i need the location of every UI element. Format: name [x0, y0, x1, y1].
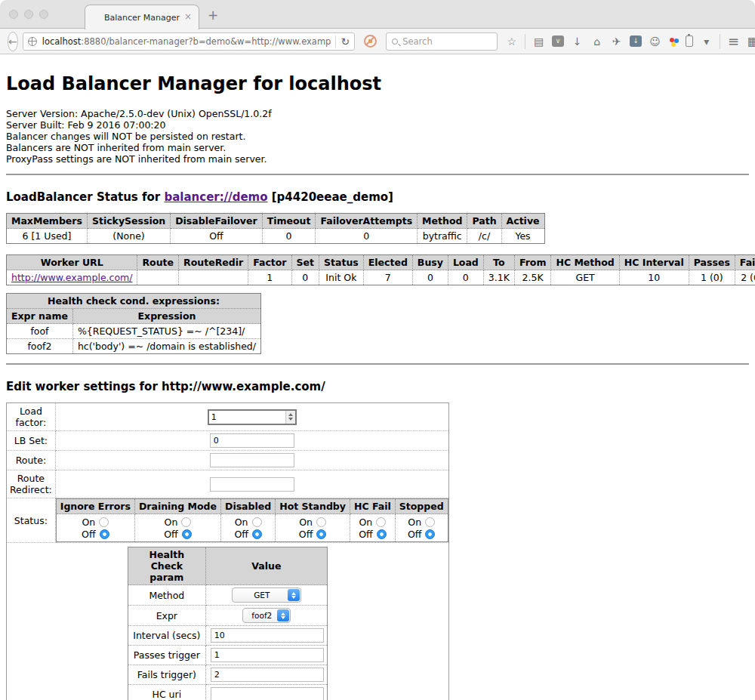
hc-expr-selected-value: foof2 — [251, 611, 272, 620]
stopped-off-radio[interactable] — [425, 529, 435, 539]
cell-worker-url: http://www.example.com/ — [7, 270, 137, 285]
home-icon[interactable]: ⌂ — [590, 36, 603, 47]
off-label: Off — [299, 529, 313, 540]
route-input[interactable] — [210, 453, 294, 467]
worker-url-link[interactable]: http://www.example.com/ — [11, 272, 132, 283]
hc-fail-off-radio[interactable] — [377, 529, 387, 539]
column-header: Disabled — [221, 499, 276, 514]
table-header-row: MaxMembers StickySession DisableFailover… — [7, 214, 545, 229]
column-header: Method — [418, 214, 467, 229]
column-header: Path — [467, 214, 501, 229]
back-button[interactable]: ← — [8, 32, 18, 51]
ignore-errors-off-radio[interactable] — [100, 529, 109, 539]
hc-method-selected-value: GET — [254, 591, 270, 600]
cell-factor: 1 — [248, 270, 291, 285]
page-title: Load Balancer Manager for localhost — [6, 73, 749, 94]
column-header: Fails — [735, 255, 755, 270]
stepper-icon[interactable] — [285, 411, 295, 424]
load-factor-input[interactable] — [209, 411, 285, 424]
adblock-icon[interactable] — [364, 35, 377, 48]
draining-mode-on-radio[interactable] — [181, 517, 191, 527]
send-tab-icon[interactable]: ✈ — [610, 36, 623, 47]
form-row-lb-set: LB Set: — [7, 431, 449, 451]
reading-list-icon[interactable]: ▤ — [532, 36, 545, 47]
divider — [6, 174, 749, 175]
column-header: Route — [137, 255, 179, 270]
disabled-off-radio[interactable] — [252, 529, 262, 539]
cell-busy: 0 — [412, 270, 448, 285]
downloads-icon[interactable]: ↓ — [571, 36, 584, 47]
hc-method-select[interactable]: GET — [232, 587, 301, 603]
colorful-extension-icon[interactable] — [670, 38, 674, 42]
search-placeholder: Search — [402, 36, 433, 47]
hot-standby-off-radio[interactable] — [316, 529, 326, 539]
column-header: From — [514, 255, 551, 270]
heading-prefix: LoadBalancer Status for — [6, 190, 164, 204]
hc-uri-input[interactable] — [211, 687, 324, 700]
table-header-row: Worker URL Route RouteRedir Factor Set S… — [7, 255, 755, 270]
hc-passes-input[interactable] — [211, 648, 324, 662]
cell-path: /c/ — [467, 229, 501, 244]
cell-timeout: 0 — [262, 229, 316, 244]
minimize-window-button[interactable] — [24, 10, 33, 19]
cell-load: 0 — [448, 270, 483, 285]
hc-passes-label: Passes trigger — [128, 646, 205, 665]
url-bar[interactable]: localhost:8880/balancer-manager?b=demo&w… — [23, 32, 355, 51]
disabled-on-radio[interactable] — [252, 517, 262, 527]
health-check-expressions-table: Health check cond. expressions: Expr nam… — [6, 293, 261, 354]
feedback-smiley-icon[interactable]: ☺ — [649, 36, 661, 47]
status-radio-table: Ignore Errors Draining Mode Disabled Hot… — [56, 498, 448, 542]
form-row-health-check: Health Check param Value Method GET Expr — [7, 543, 449, 700]
cell-method: bytraffic — [418, 229, 467, 244]
lb-set-input[interactable] — [210, 433, 294, 448]
reload-icon[interactable]: ↻ — [341, 35, 350, 48]
column-header: HC Fail — [350, 499, 395, 514]
form-row-route: Route: — [7, 451, 449, 470]
column-header: Passes — [689, 255, 735, 270]
on-label: On — [235, 517, 248, 528]
hot-standby-on-radio[interactable] — [316, 517, 326, 527]
battery-extension-icon[interactable] — [686, 35, 693, 47]
stopped-radios: On Off — [395, 514, 448, 542]
hc-method-label: Method — [128, 585, 205, 606]
ignore-errors-on-radio[interactable] — [99, 517, 109, 527]
hc-fail-radios: On Off — [350, 514, 395, 542]
column-header: Set — [291, 255, 319, 270]
table-title-row: Health check cond. expressions: — [7, 294, 261, 309]
hamburger-menu-icon[interactable]: ≡ — [727, 36, 740, 47]
zoom-window-button[interactable] — [39, 10, 48, 19]
hc-fails-input[interactable] — [211, 668, 324, 682]
route-redirect-input[interactable] — [210, 477, 294, 492]
column-header: RouteRedir — [179, 255, 248, 270]
tab-balancer-manager[interactable]: Balancer Manager × — [85, 5, 199, 29]
load-factor-cell — [55, 403, 448, 431]
on-label: On — [299, 517, 313, 528]
column-header: Value — [205, 547, 327, 585]
hc-fail-on-radio[interactable] — [376, 517, 386, 527]
urlbar-divider — [335, 35, 336, 48]
load-factor-spinner — [208, 409, 297, 425]
on-label: On — [165, 517, 178, 528]
chevron-down-icon[interactable]: ▾ — [700, 36, 713, 47]
hc-interval-input[interactable] — [211, 628, 324, 643]
stopped-on-radio[interactable] — [425, 517, 435, 527]
cell-active: Yes — [501, 229, 544, 244]
search-bar[interactable]: Search — [386, 32, 498, 51]
new-tab-button[interactable]: + — [208, 9, 218, 22]
draining-mode-off-radio[interactable] — [182, 529, 192, 539]
column-header: Draining Mode — [134, 499, 220, 514]
tab-close-icon[interactable]: × — [184, 11, 192, 22]
hc-expr-select[interactable]: foof2 — [242, 608, 291, 623]
cell-expression: %{REQUEST_STATUS} =~ /^[234]/ — [72, 324, 260, 339]
proxypass-notice-line: ProxyPass settings are NOT inherited fro… — [6, 153, 749, 165]
navigation-toolbar: ← localhost:8880/balancer-manager?b=demo… — [0, 29, 755, 54]
divider — [6, 363, 749, 365]
close-window-button[interactable] — [9, 10, 18, 19]
balancer-demo-link[interactable]: balancer://demo — [164, 190, 267, 204]
bookmark-star-icon[interactable]: ☆ — [505, 36, 518, 47]
table-row: foof2 hc('body') =~ /domain is establish… — [7, 339, 261, 354]
save-page-icon[interactable]: ↓ — [630, 35, 642, 47]
pocket-icon[interactable]: ∨ — [552, 35, 564, 47]
grid-panel-icon[interactable]: ▦ — [747, 36, 755, 47]
column-header: DisableFailover — [171, 214, 262, 229]
